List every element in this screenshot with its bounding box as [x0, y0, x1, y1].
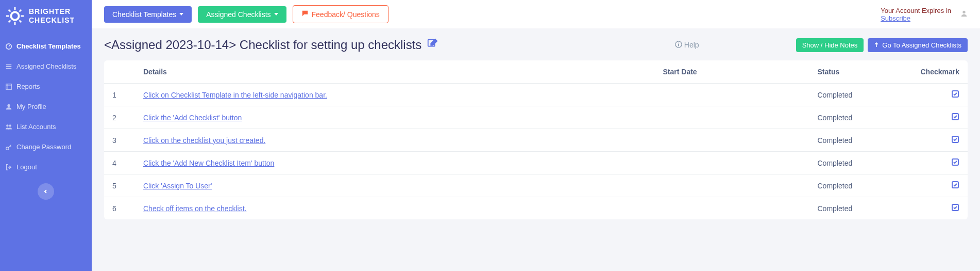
check-square-icon: [951, 205, 959, 213]
row-num: 2: [104, 106, 135, 129]
show-hide-notes-button[interactable]: Show / Hide Notes: [796, 38, 864, 52]
arrow-up-icon: [874, 41, 879, 49]
caret-down-icon: [274, 13, 278, 15]
button-label: Checklist Templates: [112, 10, 176, 19]
sidebar-collapse-button[interactable]: [38, 183, 54, 200]
detail-link[interactable]: Click the 'Add New Checklist Item' butto…: [143, 159, 274, 167]
account-expires-text: Your Account Expires in: [881, 7, 951, 14]
table-row: 5Click 'Assign To User'Completed: [104, 174, 968, 197]
row-status: Completed: [809, 197, 913, 220]
check-square-icon: [951, 137, 959, 145]
svg-point-27: [678, 42, 679, 43]
table-row: 6Check off items on the checklist.Comple…: [104, 197, 968, 220]
row-startdate: [655, 152, 809, 174]
subscribe-link[interactable]: Subscribe: [881, 14, 910, 22]
edit-title-button[interactable]: [427, 38, 438, 52]
help-label: Help: [684, 41, 699, 49]
sidebar-item-label: List Accounts: [16, 123, 56, 131]
row-details: Click on the checklist you just created.: [135, 129, 655, 152]
row-num: 3: [104, 129, 135, 152]
checklist-templates-dropdown[interactable]: Checklist Templates: [104, 6, 192, 23]
user-icon: [5, 103, 12, 110]
row-details: Check off items on the checklist.: [135, 197, 655, 220]
row-startdate: [655, 129, 809, 152]
svg-rect-14: [6, 84, 12, 89]
sidebar-item-label: Logout: [16, 163, 37, 171]
table-row: 2Click the 'Add Checklist' buttonComplet…: [104, 106, 968, 129]
sidebar-item-logout[interactable]: Logout: [0, 157, 92, 177]
sidebar-item-change-password[interactable]: Change Password: [0, 137, 92, 157]
svg-rect-11: [6, 64, 12, 65]
info-icon: [675, 41, 682, 50]
feedback-button[interactable]: Feedback/ Questions: [293, 5, 388, 23]
sidebar-item-reports[interactable]: Reports: [0, 76, 92, 97]
sidebar-item-label: Checklist Templates: [16, 42, 81, 50]
table-header-row: Details Start Date Status Checkmark: [104, 60, 968, 84]
svg-point-17: [7, 104, 10, 106]
row-details: Click on Checklist Template in the left-…: [135, 84, 655, 106]
svg-line-10: [9, 45, 10, 46]
logout-icon: [5, 164, 12, 171]
col-details-header: Details: [135, 60, 655, 84]
row-startdate: [655, 174, 809, 197]
button-label: Assigned Checklists: [206, 10, 271, 19]
svg-point-19: [9, 124, 11, 126]
row-details: Click the 'Add Checklist' button: [135, 106, 655, 129]
sidebar-item-label: Reports: [16, 83, 40, 90]
svg-point-24: [962, 10, 965, 13]
brand[interactable]: BRIGHTER CHECKLIST: [0, 0, 92, 32]
row-status: Completed: [809, 106, 913, 129]
brand-line2: CHECKLIST: [29, 16, 75, 25]
button-label: Feedback/ Questions: [312, 10, 380, 19]
key-icon: [5, 144, 12, 151]
sidebar-item-label: My Profile: [16, 103, 46, 110]
checklist-table: Details Start Date Status Checkmark 1Cli…: [104, 60, 968, 219]
svg-line-5: [9, 10, 11, 12]
detail-link[interactable]: Click on Checklist Template in the left-…: [143, 91, 327, 99]
row-status: Completed: [809, 129, 913, 152]
row-status: Completed: [809, 84, 913, 106]
row-status: Completed: [809, 152, 913, 174]
check-square-icon: [951, 160, 959, 168]
row-checkmark[interactable]: [913, 152, 968, 174]
svg-rect-13: [6, 68, 12, 69]
svg-point-0: [11, 12, 19, 20]
sidebar-item-list-accounts[interactable]: List Accounts: [0, 117, 92, 137]
col-startdate-header: Start Date: [655, 60, 809, 84]
row-details: Click the 'Add New Checklist Item' butto…: [135, 152, 655, 174]
go-to-assigned-button[interactable]: Go To Assigned Checklists: [868, 38, 968, 52]
svg-line-7: [20, 10, 22, 12]
row-checkmark[interactable]: [913, 174, 968, 197]
row-startdate: [655, 197, 809, 220]
row-num: 1: [104, 84, 135, 106]
row-checkmark[interactable]: [913, 129, 968, 152]
help-link[interactable]: Help: [675, 41, 699, 50]
user-menu-icon[interactable]: [960, 10, 968, 19]
detail-link[interactable]: Check off items on the checklist.: [143, 204, 247, 213]
check-square-icon: [951, 91, 959, 100]
svg-line-22: [10, 146, 11, 147]
sun-gear-icon: [5, 6, 25, 26]
button-label: Go To Assigned Checklists: [882, 41, 961, 49]
col-num-header: [104, 60, 135, 84]
account-status: Your Account Expires in Subscribe: [881, 7, 951, 22]
check-square-icon: [951, 182, 959, 190]
sidebar-item-label: Assigned Checklists: [16, 62, 76, 70]
detail-link[interactable]: Click 'Assign To User': [143, 182, 212, 190]
row-checkmark[interactable]: [913, 197, 968, 220]
row-checkmark[interactable]: [913, 84, 968, 106]
table-row: 1Click on Checklist Template in the left…: [104, 84, 968, 106]
detail-link[interactable]: Click the 'Add Checklist' button: [143, 114, 242, 122]
sidebar-item-my-profile[interactable]: My Profile: [0, 97, 92, 117]
sidebar-item-checklist-templates[interactable]: Checklist Templates: [0, 36, 92, 56]
assigned-checklists-dropdown[interactable]: Assigned Checklists: [198, 6, 286, 23]
col-status-header: Status: [809, 60, 913, 84]
row-num: 4: [104, 152, 135, 174]
caret-down-icon: [179, 13, 183, 15]
sidebar: BRIGHTER CHECKLIST Checklist Templates A…: [0, 0, 92, 271]
svg-rect-12: [6, 66, 12, 67]
check-square-icon: [951, 114, 959, 122]
detail-link[interactable]: Click on the checklist you just created.: [143, 136, 265, 145]
sidebar-item-assigned-checklists[interactable]: Assigned Checklists: [0, 56, 92, 76]
row-checkmark[interactable]: [913, 106, 968, 129]
